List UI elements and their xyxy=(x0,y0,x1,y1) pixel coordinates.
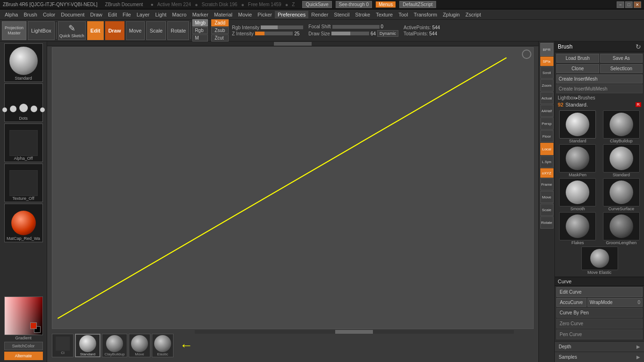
quick-sketch-button[interactable]: ✎ Quick Sketch xyxy=(58,21,86,40)
lsym-button[interactable]: L.Sym xyxy=(540,156,553,168)
projection-master-button[interactable]: Projection Master xyxy=(2,21,26,40)
main-viewport[interactable] xyxy=(52,47,534,329)
close-button[interactable]: ✕ xyxy=(634,1,641,8)
mini-brush-elastic[interactable]: Elastic xyxy=(152,334,173,357)
alternate-button[interactable]: Alternate xyxy=(4,352,43,360)
menu-material[interactable]: Material xyxy=(211,11,235,18)
refresh-icon[interactable]: ↻ xyxy=(636,43,641,50)
brush-thumb-smooth[interactable]: Smooth xyxy=(556,178,599,211)
dynamic-button[interactable]: Dynamic xyxy=(377,30,398,37)
switch-color-button[interactable]: SwitchColor xyxy=(4,342,43,350)
menu-zplugin[interactable]: Zplugin xyxy=(440,11,462,18)
z-intensity-slider[interactable] xyxy=(255,32,293,35)
mrgb-button[interactable]: Mrgb xyxy=(192,19,208,26)
menu-preferences[interactable]: Preferences xyxy=(275,11,308,18)
color-picker[interactable]: Gradient xyxy=(4,296,43,340)
rgb-intensity-slider[interactable] xyxy=(261,25,303,29)
move-button[interactable]: Move xyxy=(126,21,145,40)
menu-file[interactable]: File xyxy=(120,11,134,18)
menu-tool[interactable]: Tool xyxy=(396,11,411,18)
menu-brush[interactable]: Brush xyxy=(21,11,40,18)
menu-picker[interactable]: Picker xyxy=(255,11,275,18)
brush-alpha-preview[interactable]: Alpha_Off xyxy=(4,123,43,162)
rotate-rtool-button[interactable]: Rotate xyxy=(540,216,553,229)
menu-light[interactable]: Light xyxy=(152,11,169,18)
brush-dots-preview[interactable]: Dots xyxy=(4,83,43,122)
samples-expandable[interactable]: Samples ▶ xyxy=(555,352,644,362)
m-button[interactable]: M xyxy=(192,34,208,41)
default-zscript-button[interactable]: DefaultZScript xyxy=(399,1,436,8)
menu-layer[interactable]: Layer xyxy=(134,11,153,18)
zsub-button[interactable]: Zsub xyxy=(211,27,229,34)
edit-button[interactable]: Edit xyxy=(87,21,104,40)
aahalf-button[interactable]: AAHalf xyxy=(540,105,553,117)
persp-button[interactable]: Persp xyxy=(540,117,553,130)
menu-marker[interactable]: Marker xyxy=(190,11,211,18)
save-as-button[interactable]: Save As xyxy=(600,54,643,63)
menu-movie[interactable]: Movie xyxy=(235,11,255,18)
select-icon-button[interactable]: SelectIcon xyxy=(600,64,643,73)
brush-matcap-preview[interactable]: MatCap_Red_Wa xyxy=(4,204,43,242)
menu-transform[interactable]: Transform xyxy=(411,11,440,18)
menu-document[interactable]: Document xyxy=(58,11,87,18)
menu-color[interactable]: Color xyxy=(40,11,58,18)
brush-thumb-standard2[interactable]: Standard xyxy=(600,144,643,177)
lightbox-brushes-label[interactable]: Lightbox▸Brushes xyxy=(558,95,595,100)
load-brush-button[interactable]: Load Brush xyxy=(556,54,599,63)
oxyz-button[interactable]: oXYZ xyxy=(540,168,553,178)
mini-brush-standard[interactable]: Standard xyxy=(75,334,100,357)
menus-button[interactable]: Menus xyxy=(376,1,396,8)
menu-texture[interactable]: Texture xyxy=(373,11,396,18)
mini-brush-move[interactable]: Move xyxy=(129,334,150,357)
brush-standard-preview[interactable]: Standard xyxy=(4,43,43,82)
brush-thumb-groomlength[interactable]: GroomLengthen xyxy=(600,212,643,245)
move-rtool-button[interactable]: Move xyxy=(540,191,553,203)
scroll-button[interactable]: Scroll xyxy=(540,66,553,79)
local-button[interactable]: Local xyxy=(540,143,553,155)
menu-render[interactable]: Render xyxy=(308,11,331,18)
floor-button[interactable]: Floor xyxy=(540,130,553,142)
depth-expandable[interactable]: Depth ▶ xyxy=(555,341,644,352)
brush-thumb-maskpen[interactable]: MaskPen xyxy=(556,144,599,177)
pen-curve-button[interactable]: Pen Curve xyxy=(556,329,643,339)
maximize-button[interactable]: □ xyxy=(625,1,633,8)
scale-rtool-button[interactable]: Scale xyxy=(540,204,553,216)
menu-stroke[interactable]: Stroke xyxy=(352,11,373,18)
zcut-button[interactable]: Zcut xyxy=(211,34,229,41)
brush-thumb-curvesurface[interactable]: CurveSurface xyxy=(600,178,643,211)
edit-curve-button[interactable]: Edit Curve xyxy=(556,287,643,297)
mini-brush-cl[interactable]: Cl xyxy=(52,334,74,357)
draw-button[interactable]: Draw xyxy=(105,21,124,40)
accu-curve-button[interactable]: AccuCurve xyxy=(556,298,586,307)
minimize-button[interactable]: − xyxy=(617,1,624,8)
see-through-button[interactable]: See-through 0 xyxy=(336,1,372,8)
menu-alpha[interactable]: Alpha xyxy=(2,11,21,18)
curve-by-pen-button[interactable]: Curve By Pen xyxy=(556,308,643,318)
bpr-button[interactable]: BPR xyxy=(540,43,553,56)
zoom-button[interactable]: Zoom xyxy=(540,79,553,91)
create-insert-mesh-button[interactable]: Create InsertMesh xyxy=(556,74,643,83)
rotate-button[interactable]: Rotate xyxy=(167,21,189,40)
brush-thumb-moveelastic[interactable]: Move Elastic xyxy=(581,247,618,275)
brush-thumb-flakes[interactable]: Flakes xyxy=(556,212,599,245)
brush-thumb-standard[interactable]: Standard xyxy=(556,110,599,143)
menu-draw[interactable]: Draw xyxy=(87,11,105,18)
rgb-button[interactable]: Rgb xyxy=(192,27,208,34)
focal-shift-slider[interactable] xyxy=(332,25,380,29)
wrap-mode-button[interactable]: WrapMode 0 xyxy=(587,298,643,307)
lightbox-button[interactable]: LightBox xyxy=(28,21,55,40)
clone-button[interactable]: Clone xyxy=(556,64,599,73)
draw-size-slider[interactable] xyxy=(331,32,369,35)
scale-button[interactable]: Scale xyxy=(146,21,166,40)
menu-stencil[interactable]: Stencil xyxy=(331,11,352,18)
zero-curve-button[interactable]: Zero Curve xyxy=(556,319,643,329)
actual-button[interactable]: Actual xyxy=(540,92,553,104)
create-insert-multi-mesh-button[interactable]: Create InsertMultiMesh xyxy=(556,84,643,93)
mini-brush-claybuildup[interactable]: ClayBuildup xyxy=(102,334,127,357)
frame-button[interactable]: Frame xyxy=(540,178,553,190)
menu-macro[interactable]: Macro xyxy=(169,11,190,18)
h-scrollbar[interactable] xyxy=(195,330,514,334)
menu-edit[interactable]: Edit xyxy=(105,11,120,18)
brush-thumb-clay[interactable]: ClayBuildup xyxy=(600,110,643,143)
brush-texture-preview[interactable]: Texture_Off xyxy=(4,164,43,202)
